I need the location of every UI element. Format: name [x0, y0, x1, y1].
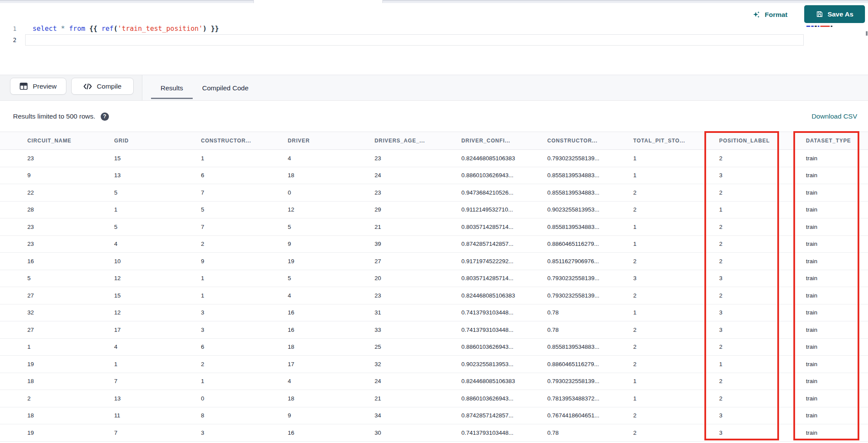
- results-info-bar: Results limited to 500 rows. ? Download …: [0, 101, 868, 132]
- table-cell: 2: [625, 424, 710, 441]
- table-cell: 0.8860465116279...: [539, 356, 625, 373]
- code-line: 1select * from {{ ref('train_test_positi…: [0, 23, 804, 34]
- table-cell: 0.8558139534883...: [539, 167, 625, 184]
- current-line-highlight: [25, 34, 804, 46]
- table-cell: 0.8860103626943...: [453, 390, 539, 407]
- tab-compiled-code[interactable]: Compiled Code: [193, 75, 258, 101]
- table-cell: 3: [192, 321, 279, 338]
- table-cell: 31: [366, 304, 453, 321]
- minimap-mark: [831, 26, 832, 27]
- table-cell: 4: [105, 236, 192, 253]
- table-cell: 20: [366, 270, 453, 287]
- code-token: select: [33, 25, 57, 33]
- table-cell: 0.9112149532710...: [453, 202, 539, 218]
- table-cell: 6: [192, 167, 279, 184]
- table-cell: 19: [0, 424, 105, 441]
- code-token: ): [203, 25, 207, 33]
- table-cell: 2: [192, 236, 279, 253]
- code-token: {{: [89, 25, 102, 33]
- table-cell: 0.7930232558139...: [539, 150, 625, 167]
- code-icon: [83, 83, 92, 90]
- table-cell: 12: [279, 202, 366, 218]
- table-cell: 0.8742857142857...: [453, 236, 539, 253]
- table-cell: 0.8860465116279...: [539, 236, 625, 253]
- table-cell: 28: [0, 202, 105, 218]
- tab-results[interactable]: Results: [151, 75, 193, 101]
- table-cell: 34: [366, 407, 453, 424]
- table-cell: 0.824468085106383: [453, 373, 539, 390]
- table-cell: 24: [366, 167, 453, 184]
- format-label: Format: [765, 11, 788, 19]
- line-number: 2: [0, 36, 16, 43]
- table-cell: 23: [366, 287, 453, 304]
- table-cell: 8: [192, 407, 279, 424]
- table-cell: 27: [366, 253, 453, 270]
- table-cell: 0: [279, 184, 366, 201]
- column-header: CONSTRUCTOR...: [539, 132, 625, 149]
- table-cell: 0.7930232558139...: [539, 287, 625, 304]
- minimap-mark: [806, 26, 810, 27]
- format-button[interactable]: Format: [752, 7, 788, 22]
- table-cell: 0.78: [539, 424, 625, 441]
- table-cell: 1: [625, 218, 710, 235]
- table-icon: [20, 83, 28, 90]
- table-cell: 25: [366, 339, 453, 356]
- code-editor-panel: Format Save As 1select * from {{ ref('tr…: [0, 3, 868, 75]
- column-header: DRIVERS_AGE_...: [366, 132, 453, 149]
- table-cell: 0.9023255813953...: [539, 202, 625, 218]
- column-header: TOTAL_PIT_STO...: [625, 132, 710, 149]
- table-cell: 2: [625, 202, 710, 218]
- table-cell: 0.7413793103448...: [453, 424, 539, 441]
- table-cell: 5: [105, 218, 192, 235]
- table-cell: 27: [0, 287, 105, 304]
- table-cell: 0.7930232558139...: [539, 270, 625, 287]
- table-cell: 9: [0, 167, 105, 184]
- table-cell: 29: [366, 202, 453, 218]
- table-cell: 17: [105, 321, 192, 338]
- table-cell: 27: [0, 321, 105, 338]
- minimap-mark: [815, 26, 817, 27]
- code-token: *: [61, 25, 65, 33]
- table-cell: 2: [625, 184, 710, 201]
- table-cell: 0.8558139534883...: [539, 339, 625, 356]
- table-cell: 16: [279, 321, 366, 338]
- table-cell: 16: [279, 424, 366, 441]
- table-cell: 13: [105, 167, 192, 184]
- minimap-mark: [811, 26, 814, 27]
- table-cell: 15: [105, 150, 192, 167]
- table-cell: 0.8558139534883...: [539, 218, 625, 235]
- table-cell: 1: [192, 373, 279, 390]
- table-cell: 18: [279, 390, 366, 407]
- table-cell: 2: [192, 356, 279, 373]
- table-cell: 7: [105, 424, 192, 441]
- table-cell: 5: [279, 270, 366, 287]
- code-area[interactable]: 1select * from {{ ref('train_test_positi…: [0, 23, 804, 46]
- table-cell: 0.78: [539, 304, 625, 321]
- table-cell: 1: [625, 167, 710, 184]
- save-as-button[interactable]: Save As: [804, 5, 865, 23]
- table-cell: 21: [366, 218, 453, 235]
- active-file-tab[interactable]: [254, 0, 382, 3]
- table-cell: 5: [279, 218, 366, 235]
- editor-minimap[interactable]: [806, 26, 832, 31]
- table-cell: 1: [625, 150, 710, 167]
- code-token: [57, 25, 61, 33]
- table-cell: 5: [192, 202, 279, 218]
- table-cell: 0.7413793103448...: [453, 304, 539, 321]
- results-tabs: ResultsCompiled Code: [151, 75, 258, 101]
- table-cell: 1: [625, 304, 710, 321]
- table-cell: 0.8860103626943...: [453, 339, 539, 356]
- table-cell: 23: [0, 236, 105, 253]
- table-cell: 17: [279, 356, 366, 373]
- table-cell: 0.9171974522292...: [453, 253, 539, 270]
- file-tab-right: [382, 0, 868, 3]
- download-csv-link[interactable]: Download CSV: [812, 112, 857, 120]
- preview-button[interactable]: Preview: [10, 78, 66, 95]
- compile-button[interactable]: Compile: [71, 78, 134, 95]
- help-icon[interactable]: ?: [101, 112, 109, 121]
- table-cell: 5: [105, 184, 192, 201]
- column-header: CONSTRUCTOR...: [192, 132, 279, 149]
- code-text: select * from {{ ref('train_test_positio…: [33, 25, 219, 33]
- sparkles-icon: [752, 10, 761, 19]
- table-cell: 1: [105, 202, 192, 218]
